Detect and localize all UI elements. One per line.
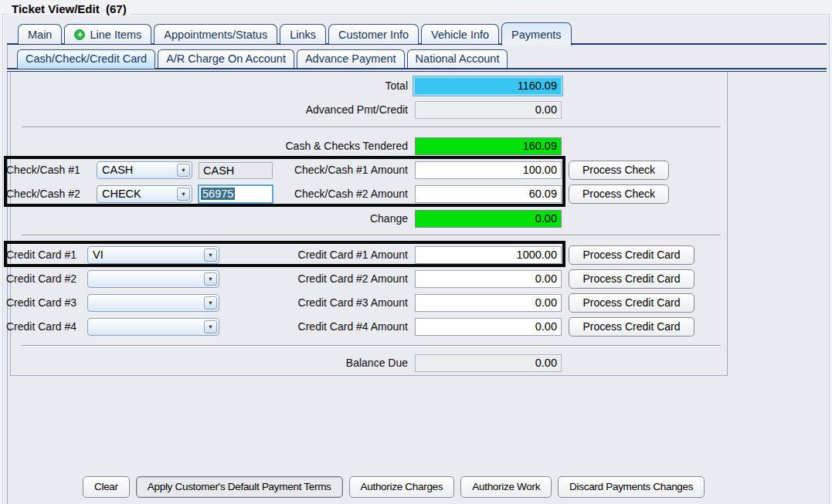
chevron-down-icon[interactable]: ▼ [177,164,190,177]
credit-card-2-amount-field[interactable]: 0.00 [415,270,562,288]
advanced-pmt-credit-label: Advanced Pmt/Credit [116,101,408,119]
dropdown-value: VI [93,248,104,262]
credit-card-2-label: Credit Card #2 [6,270,85,288]
credit-card-1-amount-label: Credit Card #1 Amount [263,246,408,264]
tab-label: Main [28,25,52,44]
discard-payments-changes-button[interactable]: Discard Payments Changes [558,476,705,498]
credit-card-4-label: Credit Card #4 [6,318,85,336]
credit-card-1-type-dropdown[interactable]: VI ▼ [87,246,219,264]
separator [22,127,721,128]
subtab-national-account[interactable]: National Account [407,49,508,68]
total-field: 1160.09 [413,76,562,96]
change-label: Change [116,210,408,228]
subtab-label: A/R Charge On Account [166,52,286,65]
chevron-down-icon[interactable]: ▼ [204,320,217,333]
separator [22,345,721,347]
check-cash-2-amount-field[interactable]: 60.09 [415,185,562,203]
process-check-2-button[interactable]: Process Check [569,184,669,204]
tab-appointments-status[interactable]: Appointments/Status [154,24,277,44]
credit-card-2-amount-label: Credit Card #2 Amount [263,270,408,288]
tab-label: Payments [511,25,561,44]
main-tab-bar: Main + Line Items Appointments/Status Li… [18,22,572,44]
tab-label: Line Items [90,25,141,44]
authorize-charges-button[interactable]: Authorize Charges [349,476,455,498]
ticket-view-window: Ticket View/Edit (67) Main + Line Items … [0,0,832,504]
tab-line-items[interactable]: + Line Items [64,24,151,44]
check-cash-2-amount-label: Check/Cash #2 Amount [263,185,408,203]
dropdown-value: CASH [102,163,133,178]
tab-label: Vehicle Info [431,25,489,44]
credit-card-1-label: Credit Card #1 [6,246,85,264]
check-cash-1-label: Check/Cash #1 [6,161,94,179]
plus-circle-icon: + [74,29,85,40]
process-credit-card-2-button[interactable]: Process Credit Card [569,269,694,289]
process-credit-card-4-button[interactable]: Process Credit Card [569,317,694,337]
separator [22,235,721,236]
tab-main[interactable]: Main [18,24,62,44]
credit-card-3-amount-field[interactable]: 0.00 [415,294,562,312]
chevron-down-icon[interactable]: ▼ [204,272,217,286]
credit-card-1-amount-field[interactable]: 1000.00 [415,246,562,264]
credit-card-4-amount-field[interactable]: 0.00 [415,318,562,336]
process-check-1-button[interactable]: Process Check [569,161,669,180]
check-cash-2-label: Check/Cash #2 [6,185,94,203]
credit-card-3-amount-label: Credit Card #3 Amount [263,294,408,312]
apply-default-payment-terms-button[interactable]: Apply Customer's Default Payment Terms [136,476,343,498]
check-cash-1-type-dropdown[interactable]: CASH ▼ [97,161,192,179]
cash-checks-tendered-field: 160.09 [415,137,562,155]
credit-card-3-label: Credit Card #3 [6,294,85,312]
balance-due-field: 0.00 [415,354,562,372]
tab-label: Links [290,25,316,44]
subtab-label: Cash/Check/Credit Card [25,52,147,65]
total-label: Total [116,77,408,95]
clear-button[interactable]: Clear [83,476,130,498]
tab-links[interactable]: Links [280,24,326,44]
subtab-ar-charge-on-account[interactable]: A/R Charge On Account [158,49,294,68]
chevron-down-icon[interactable]: ▼ [204,249,217,262]
process-credit-card-3-button[interactable]: Process Credit Card [569,293,694,313]
tab-customer-info[interactable]: Customer Info [328,24,419,44]
balance-due-label: Balance Due [116,354,408,372]
subtab-cash-check-credit-card[interactable]: Cash/Check/Credit Card [17,49,155,69]
selected-text: 56975 [201,188,235,200]
dropdown-value: CHECK [102,187,141,201]
credit-card-4-amount-label: Credit Card #4 Amount [263,318,408,336]
chevron-down-icon[interactable]: ▼ [177,188,190,201]
tab-label: Appointments/Status [164,25,267,44]
cash-checks-tendered-label: Cash & Checks Tendered [116,137,408,155]
process-credit-card-1-button[interactable]: Process Credit Card [569,245,694,265]
payment-sub-tab-bar: Cash/Check/Credit Card A/R Charge On Acc… [17,49,508,68]
authorize-work-button[interactable]: Authorize Work [460,476,552,498]
panel-right-border [727,71,728,376]
credit-card-2-type-dropdown[interactable]: ▼ [87,270,219,288]
panel-bottom-border [10,375,728,376]
credit-card-3-type-dropdown[interactable]: ▼ [87,294,219,312]
check-cash-1-reference-field[interactable]: CASH [199,162,273,179]
check-cash-1-amount-label: Check/Cash #1 Amount [263,161,408,179]
tab-payments[interactable]: Payments [501,22,571,46]
check-cash-2-type-dropdown[interactable]: CHECK ▼ [97,185,192,203]
subtab-label: Advance Payment [305,52,396,65]
tab-label: Customer Info [338,25,409,44]
credit-card-4-type-dropdown[interactable]: ▼ [87,318,219,336]
check-cash-1-amount-field[interactable]: 100.00 [415,161,562,179]
advanced-pmt-credit-field: 0.00 [415,101,562,119]
subtab-label: National Account [416,52,500,65]
tab-vehicle-info[interactable]: Vehicle Info [421,24,499,44]
footer-button-bar: Clear Apply Customer's Default Payment T… [83,476,705,498]
page-title: Ticket View/Edit (67) [8,2,131,15]
change-field: 0.00 [415,210,562,228]
subtab-advance-payment[interactable]: Advance Payment [297,49,405,68]
chevron-down-icon[interactable]: ▼ [204,296,217,310]
